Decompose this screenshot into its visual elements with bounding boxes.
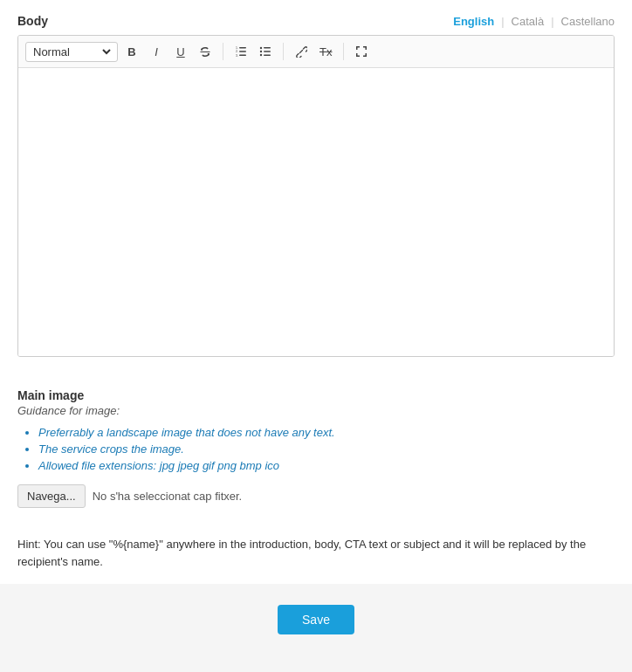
- toolbar-divider-2: [283, 43, 284, 60]
- strikethrough-icon: [199, 45, 211, 58]
- no-file-label: No s'ha seleccionat cap fitxer.: [93, 490, 243, 503]
- svg-text:3.: 3.: [236, 54, 238, 58]
- bold-button[interactable]: B: [121, 41, 142, 62]
- ordered-list-icon: 1. 2. 3.: [235, 45, 247, 58]
- guidance-item-2: The service crops the image.: [38, 442, 615, 456]
- italic-button[interactable]: I: [146, 41, 167, 62]
- lang-separator-2: |: [551, 15, 553, 28]
- format-clear-button[interactable]: Tx: [315, 41, 336, 62]
- svg-point-6: [260, 47, 262, 49]
- unordered-list-button[interactable]: [255, 41, 276, 62]
- editor-body[interactable]: [18, 68, 614, 356]
- link-button[interactable]: [291, 41, 312, 62]
- page-wrapper: Body English | Català | Castellano Norma…: [0, 0, 632, 655]
- language-tabs: English | Català | Castellano: [453, 15, 615, 28]
- toolbar-divider-3: [343, 43, 344, 60]
- format-select[interactable]: Normal Heading 1 Heading 2 Heading 3 Hea…: [30, 45, 113, 59]
- toolbar-divider-1: [223, 43, 223, 60]
- svg-rect-0: [239, 47, 246, 49]
- editor-container: Normal Heading 1 Heading 2 Heading 3 Hea…: [17, 35, 615, 357]
- save-button[interactable]: Save: [278, 605, 354, 634]
- guidance-label: Guidance for image:: [17, 404, 615, 417]
- browse-button[interactable]: Navega...: [17, 484, 86, 508]
- lang-tab-english[interactable]: English: [453, 15, 494, 28]
- hint-text: Hint: You can use "%{name}" anywhere in …: [17, 538, 586, 568]
- main-image-section: Main image Guidance for image: Preferrab…: [0, 374, 632, 536]
- svg-rect-2: [239, 55, 246, 57]
- hint-section: Hint: You can use "%{name}" anywhere in …: [0, 536, 632, 584]
- svg-rect-1: [239, 51, 246, 52]
- svg-rect-11: [264, 55, 271, 57]
- svg-rect-9: [264, 51, 271, 52]
- editor-toolbar: Normal Heading 1 Heading 2 Heading 3 Hea…: [18, 36, 614, 68]
- fullscreen-button[interactable]: [351, 41, 372, 62]
- footer-area: Save: [0, 584, 632, 655]
- ordered-list-button[interactable]: 1. 2. 3.: [230, 41, 251, 62]
- body-field-label: Body: [17, 14, 48, 28]
- strikethrough-button[interactable]: [195, 41, 216, 62]
- lang-tab-catala[interactable]: Català: [512, 15, 545, 28]
- field-header: Body English | Català | Castellano: [17, 14, 615, 28]
- underline-button[interactable]: U: [170, 41, 191, 62]
- unordered-list-icon: [259, 45, 271, 58]
- svg-point-8: [260, 51, 262, 52]
- link-icon: [295, 45, 307, 58]
- fullscreen-icon: [355, 45, 368, 58]
- lang-separator-1: |: [501, 15, 504, 28]
- svg-rect-7: [264, 47, 271, 49]
- file-upload-row: Navega... No s'ha seleccionat cap fitxer…: [17, 484, 615, 508]
- guidance-item-1: Preferrably a landscape image that does …: [38, 426, 615, 439]
- main-image-title: Main image: [17, 388, 615, 402]
- body-section: Body English | Català | Castellano Norma…: [0, 0, 632, 374]
- format-select-wrapper[interactable]: Normal Heading 1 Heading 2 Heading 3 Hea…: [25, 42, 118, 62]
- svg-point-10: [260, 54, 262, 56]
- lang-tab-castellano[interactable]: Castellano: [561, 15, 615, 28]
- guidance-item-3: Allowed file extensions: jpg jpeg gif pn…: [38, 459, 615, 472]
- guidance-list: Preferrably a landscape image that does …: [17, 426, 615, 472]
